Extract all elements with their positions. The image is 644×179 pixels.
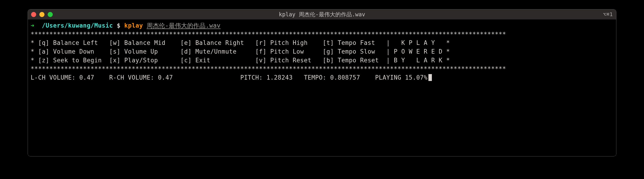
help-row-3: * [z] Seek to Begin [x] Play/Stop [c] Ex… [31,57,450,64]
tempo-value: 0.808757 [330,74,360,81]
lch-value: 0.47 [79,74,94,81]
titlebar: kplay 周杰伦-最伟大的作品.wav ⌥⌘1 [28,9,616,19]
key-d: [d] [180,48,192,55]
window-title: kplay 周杰伦-最伟大的作品.wav [28,11,616,18]
key-a: [a] [38,48,50,55]
status-row: L-CH VOLUME: 0.47 R-CH VOLUME: 0.47 PITC… [31,74,428,81]
key-c: [c] [180,57,192,64]
traffic-lights [31,12,53,17]
label-balance-left: Balance Left [53,39,98,46]
label-mute-unmute: Mute/Unmute [195,48,236,55]
command-name: kplay [124,22,143,29]
pitch-label: PITCH: [240,74,263,81]
key-r: [r] [255,39,266,46]
cursor-icon [428,74,432,81]
brand-line-3: | B Y L A R K * [386,57,450,64]
label-balance-mid: Balance Mid [124,39,166,46]
key-v: [v] [255,57,266,64]
pitch-value: 1.28243 [266,74,293,81]
label-tempo-reset: Tempo Reset [338,57,379,64]
rch-value: 0.47 [158,74,173,81]
key-g: [g] [323,48,334,55]
rch-label: R-CH VOLUME: [109,74,154,81]
tempo-label: TEMPO: [304,74,326,81]
playing-label: PLAYING [375,74,401,81]
close-icon[interactable] [31,12,36,17]
key-e: [e] [180,39,192,46]
divider-bottom: ****************************************… [31,65,506,72]
brand-line-1: | K P L A Y * [386,39,450,46]
label-pitch-high: Pitch High [270,39,308,46]
prompt-arrow-icon: ➜ [31,22,34,29]
key-s: [s] [109,48,120,55]
label-volume-up: Volume Up [124,48,158,55]
brand-line-2: | P O W E R E D * [386,48,450,55]
prompt-dollar: $ [117,22,120,29]
terminal-window: kplay 周杰伦-最伟大的作品.wav ⌥⌘1 ➜ /Users/kuwang… [28,9,616,157]
key-f: [f] [255,48,266,55]
fullscreen-icon[interactable] [48,12,53,17]
help-row-1: * [q] Balance Left [w] Balance Mid [e] B… [31,39,450,46]
playing-value: 15.07% [405,74,428,81]
key-z: [z] [38,57,50,64]
label-play-stop: Play/Stop [124,57,158,64]
label-tempo-fast: Tempo Fast [338,39,375,46]
label-seek-begin: Seek to Begin [53,57,102,64]
help-row-2: * [a] Volume Down [s] Volume Up [d] Mute… [31,48,450,55]
window-shortcut: ⌥⌘1 [603,11,613,17]
lch-label: L-CH VOLUME: [31,74,76,81]
terminal-body[interactable]: ➜ /Users/kuwang/Music $ kplay 周杰伦-最伟大的作品… [28,19,616,156]
label-balance-right: Balance Right [195,39,244,46]
key-b: [b] [323,57,334,64]
label-volume-down: Volume Down [53,48,94,55]
key-t: [t] [323,39,334,46]
minimize-icon[interactable] [40,12,44,17]
divider-top: ****************************************… [31,31,506,38]
label-pitch-reset: Pitch Reset [270,57,312,64]
key-w: [w] [109,39,120,46]
prompt-path: /Users/kuwang/Music [42,22,113,29]
key-x: [x] [109,57,120,64]
command-argument: 周杰伦-最伟大的作品.wav [147,22,221,29]
label-pitch-low: Pitch Low [270,48,304,55]
label-tempo-slow: Tempo Slow [338,48,375,55]
label-exit: Exit [195,57,210,64]
key-q: [q] [38,39,50,46]
